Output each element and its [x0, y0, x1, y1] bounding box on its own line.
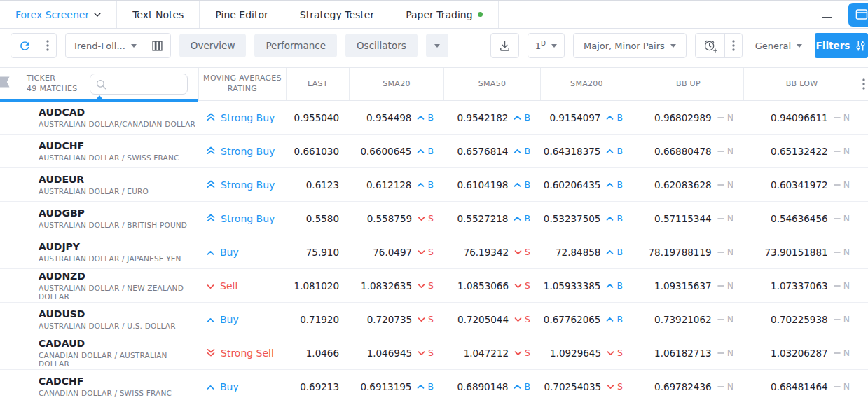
column-header-sma200[interactable]: SMA200 [540, 68, 633, 100]
column-header-sma20[interactable]: SMA20 [349, 68, 443, 100]
screener-row[interactable]: AUDEUR AUSTRALIAN DOLLAR / EURO Strong B… [0, 168, 868, 202]
screener-row[interactable]: AUDUSD AUSTRALIAN DOLLAR / U.S. DOLLAR B… [0, 303, 868, 336]
minimize-button[interactable] [818, 4, 836, 25]
export-button[interactable] [491, 34, 518, 57]
screener-row[interactable]: AUDGBP AUSTRALIAN DOLLAR / BRITISH POUND… [0, 202, 868, 235]
tab-paper-trading[interactable]: Paper Trading [390, 1, 498, 28]
ticker-symbol: AUDGBP [39, 207, 198, 219]
chevron-down-icon [514, 350, 522, 356]
view-tab-overview[interactable]: Overview [179, 34, 247, 57]
pairs-dropdown[interactable]: Major, Minor Pairs [574, 34, 686, 57]
caret-down-icon [551, 44, 557, 50]
tab-label: Strategy Tester [300, 9, 374, 20]
bb-low-cell: 0.70225938 N [743, 314, 860, 325]
screener-row[interactable]: CADAUD CANADIAN DOLLAR / AUSTRALIAN DOLL… [0, 336, 868, 370]
sma50-value: 0.6104198 [457, 179, 508, 191]
chevron-up-icon [514, 115, 521, 121]
bb-low-cell: 0.54636456 N [743, 213, 860, 224]
bb-up-signal: N [717, 247, 733, 257]
rating-label: Strong Sell [221, 348, 274, 359]
bb-up-signal: N [717, 314, 733, 324]
dash-icon [834, 116, 841, 119]
sma200-signal: B [606, 112, 623, 123]
create-alert-button[interactable] [696, 34, 724, 57]
interval-dropdown[interactable]: 1D [528, 34, 564, 57]
last-cell: 75.910 [286, 247, 349, 258]
sma50-signal: B [514, 112, 530, 123]
sma50-value: 0.7205044 [457, 314, 509, 325]
dash-icon [717, 385, 724, 388]
ticker-symbol: CADAUD [39, 338, 198, 349]
sma50-cell: 0.6890148 B [443, 381, 540, 392]
flag-column-icon[interactable] [0, 76, 11, 93]
screener-row[interactable]: AUDNZD AUSTRALIAN DOLLAR / NEW ZEALAND D… [0, 269, 868, 303]
screener-row[interactable]: AUDJPY AUSTRALIAN DOLLAR / JAPANESE YEN … [0, 235, 868, 269]
sma200-value: 0.53237505 [544, 213, 601, 224]
column-header-ma-rating[interactable]: MOVING AVERAGES RATING [198, 68, 286, 100]
view-tab-performance[interactable]: Performance [254, 34, 337, 57]
screener-row[interactable]: CADCHF CANADIAN DOLLAR / SWISS FRANC Buy… [0, 370, 868, 398]
alert-menu-button[interactable] [724, 34, 742, 57]
strategy-dropdown[interactable]: Trend-Foll... [66, 34, 144, 57]
ticker-symbol: AUDNZD [39, 270, 198, 282]
sma200-cell: 1.0929645 S [540, 348, 633, 359]
ticker-symbol: AUDJPY [39, 241, 198, 252]
column-header-last[interactable]: LAST [286, 68, 349, 100]
last-cell: 0.955040 [286, 112, 349, 123]
rating-cell: Strong Buy [198, 179, 286, 191]
sma20-signal: S [418, 348, 434, 358]
ticker-search-input[interactable] [111, 79, 181, 89]
column-header-bb-low[interactable]: BB LOW [743, 68, 860, 100]
sma50-cell: 0.6104198 B [443, 179, 540, 191]
rating-cell: Strong Buy [198, 112, 286, 123]
caret-down-icon [797, 44, 802, 50]
sma20-cell: 0.6600645 B [349, 146, 443, 157]
sma200-signal: S [607, 381, 623, 392]
screener-row[interactable]: AUDCAD AUSTRALIAN DOLLAR/CANADIAN DOLLAR… [0, 101, 868, 135]
columns-setup-button[interactable] [144, 34, 170, 57]
caret-down-icon [131, 44, 137, 50]
column-menu-button[interactable] [860, 68, 868, 100]
last-value: 0.661030 [294, 146, 339, 157]
refresh-button[interactable] [11, 34, 39, 57]
caret-down-icon [434, 44, 440, 50]
sma50-signal: S [514, 348, 530, 358]
tab-forex-screener[interactable]: Forex Screener [0, 1, 117, 28]
double-chevron-up-icon [207, 113, 215, 121]
sma20-signal: S [418, 247, 434, 257]
sma50-cell: 0.5527218 B [443, 213, 540, 224]
rating-icon [207, 179, 215, 191]
screener-toolbar: Trend-Foll... Overview Performance Oscil… [0, 29, 868, 62]
sma50-cell: 1.047212 S [443, 348, 540, 359]
tab-text-notes[interactable]: Text Notes [117, 1, 200, 28]
column-header-bb-up[interactable]: BB UP [633, 68, 743, 100]
column-header-sma50[interactable]: SMA50 [443, 68, 540, 100]
more-views-dropdown[interactable] [426, 34, 448, 57]
column-header-ticker[interactable]: TICKER 49 MATCHES [0, 68, 198, 100]
last-value: 0.6123 [306, 179, 339, 191]
ticker-full-name: AUSTRALIAN DOLLAR / SWISS FRANC [39, 153, 198, 162]
sma50-signal: B [514, 179, 530, 190]
chevron-down-icon [94, 13, 101, 17]
sma200-value: 72.84858 [556, 247, 600, 258]
refresh-group [11, 33, 57, 58]
sma20-cell: 0.612128 B [349, 179, 443, 191]
last-cell: 1.0466 [286, 348, 349, 359]
panel-layout-button[interactable] [848, 3, 868, 27]
screener-row[interactable]: AUDCHF AUSTRALIAN DOLLAR / SWISS FRANC S… [0, 135, 868, 168]
ticker-cell: AUDEUR AUSTRALIAN DOLLAR / EURO [0, 174, 198, 195]
tab-pine-editor[interactable]: Pine Editor [200, 1, 284, 28]
filter-category-dropdown[interactable]: General [751, 41, 806, 51]
last-value: 0.955040 [294, 112, 339, 123]
ticker-cell: AUDCHF AUSTRALIAN DOLLAR / SWISS FRANC [0, 140, 198, 162]
refresh-menu-button[interactable] [39, 34, 56, 57]
bb-low-value: 0.60341972 [771, 179, 828, 191]
tab-strategy-tester[interactable]: Strategy Tester [284, 1, 390, 28]
view-tab-oscillators[interactable]: Oscillators [345, 34, 418, 57]
panel-window-controls [818, 1, 868, 28]
bb-low-cell: 0.94096611 N [743, 112, 860, 123]
dash-icon [717, 217, 724, 220]
filters-button[interactable]: Filters [815, 33, 868, 58]
kebab-icon [862, 78, 865, 90]
bb-up-cell: 0.57115344 N [633, 213, 743, 224]
